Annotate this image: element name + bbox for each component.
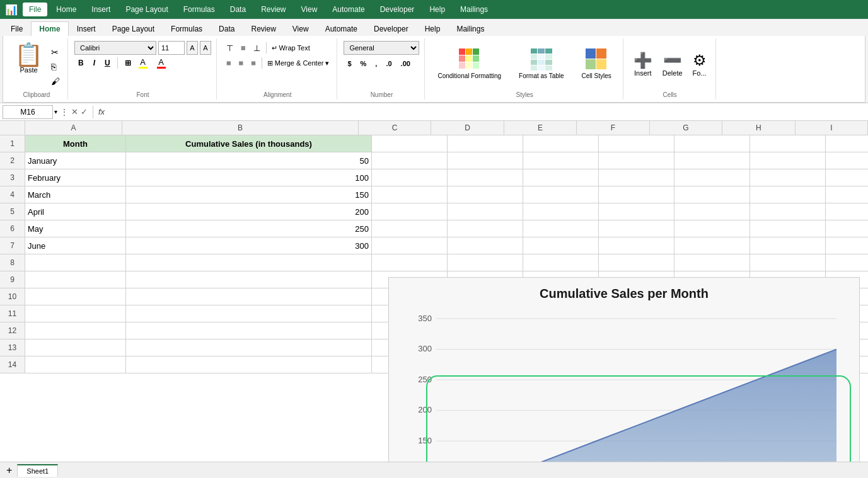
cell-c2[interactable] [372,152,448,169]
cell-h1[interactable] [750,135,826,152]
menu-view[interactable]: View [295,3,324,16]
cell-e5[interactable] [523,203,599,220]
cell-a10[interactable] [25,288,126,305]
borders-button[interactable]: ⊞ [121,56,135,70]
cell-a6[interactable]: May [25,220,126,237]
number-format-select[interactable]: General Number Currency Percentage [344,41,419,55]
cell-i4[interactable] [826,186,868,203]
col-header-i[interactable]: I [796,121,868,135]
align-bottom-button[interactable]: ⊥ [250,41,263,55]
cell-d3[interactable] [448,169,523,186]
cell-c7[interactable] [372,237,448,254]
cell-d6[interactable] [448,220,523,237]
cell-e1[interactable] [523,135,599,152]
italic-button[interactable]: I [90,56,99,70]
cell-b14[interactable] [126,356,372,373]
cell-reference-box[interactable]: M16 [3,105,53,119]
cell-c3[interactable] [372,169,448,186]
menu-pagelayout[interactable]: Page Layout [119,3,174,16]
menu-mailings[interactable]: Mailings [454,3,494,16]
cell-a11[interactable] [25,305,126,322]
delete-button[interactable]: ➖ Delete [659,49,686,79]
cell-a2[interactable]: January [25,152,126,169]
cell-h3[interactable] [750,169,826,186]
cell-i1[interactable] [826,135,868,152]
cell-d8[interactable] [448,254,523,271]
format-painter-button[interactable]: 🖌 [49,75,62,88]
cell-styles-button[interactable]: Cell Styles [576,46,618,83]
cell-b8[interactable] [126,254,372,271]
cell-b5[interactable]: 200 [126,203,372,220]
col-header-f[interactable]: F [577,121,649,135]
menu-file[interactable]: File [23,3,47,16]
cell-d5[interactable] [448,203,523,220]
cell-h6[interactable] [750,220,826,237]
cell-g7[interactable] [674,237,750,254]
cell-f8[interactable] [599,254,674,271]
menu-home[interactable]: Home [50,3,83,16]
font-name-select[interactable]: Calibri [74,41,156,55]
cell-i2[interactable] [826,152,868,169]
col-header-g[interactable]: G [650,121,722,135]
cell-a14[interactable] [25,356,126,373]
tab-home[interactable]: Home [31,21,68,36]
cell-b6[interactable]: 250 [126,220,372,237]
fill-color-button[interactable]: A [137,57,149,69]
cell-a13[interactable] [25,339,126,356]
menu-review[interactable]: Review [255,3,292,16]
tab-pagelayout[interactable]: Page Layout [104,21,163,36]
cell-d4[interactable] [448,186,523,203]
cell-e7[interactable] [523,237,599,254]
menu-help[interactable]: Help [423,3,451,16]
cell-a4[interactable]: March [25,186,126,203]
tab-insert[interactable]: Insert [69,21,104,36]
cell-g4[interactable] [674,186,750,203]
formula-cancel-icon[interactable]: ✕ [71,107,78,117]
tab-view[interactable]: View [284,21,317,36]
col-header-a[interactable]: A [25,121,122,135]
tab-help[interactable]: Help [417,21,449,36]
cell-e2[interactable] [523,152,599,169]
cell-a7[interactable]: June [25,237,126,254]
cell-f5[interactable] [599,203,674,220]
formula-bar-more[interactable]: ⋮ [60,107,69,117]
cell-d2[interactable] [448,152,523,169]
cell-h7[interactable] [750,237,826,254]
increase-decimal-button[interactable]: .00 [397,57,414,71]
cell-b9[interactable] [126,271,372,288]
underline-button[interactable]: U [101,56,114,70]
cell-h8[interactable] [750,254,826,271]
cell-b12[interactable] [126,322,372,339]
cell-c4[interactable] [372,186,448,203]
menu-data[interactable]: Data [224,3,252,16]
cell-e6[interactable] [523,220,599,237]
wrap-text-button[interactable]: ↵ Wrap Text [269,43,313,54]
cell-a8[interactable] [25,254,126,271]
col-header-c[interactable]: C [359,121,431,135]
align-center-button[interactable]: ≡ [236,56,247,70]
menu-automate[interactable]: Automate [326,3,371,16]
cell-a3[interactable]: February [25,169,126,186]
conditional-formatting-button[interactable]: Conditional Formatting [431,46,507,83]
cell-c5[interactable] [372,203,448,220]
cell-a1[interactable]: Month [25,135,126,152]
tab-file[interactable]: File [3,21,31,36]
cell-h4[interactable] [750,186,826,203]
cell-g2[interactable] [674,152,750,169]
cell-f7[interactable] [599,237,674,254]
percent-button[interactable]: % [357,57,371,71]
named-box-dropdown[interactable]: ▾ [54,108,57,115]
cell-f4[interactable] [599,186,674,203]
col-header-d[interactable]: D [431,121,504,135]
copy-button[interactable]: ⎘ [49,60,62,73]
cell-f2[interactable] [599,152,674,169]
col-header-b[interactable]: B [122,121,359,135]
cell-b11[interactable] [126,305,372,322]
comma-button[interactable]: , [371,57,381,71]
cell-b7[interactable]: 300 [126,237,372,254]
cell-i6[interactable] [826,220,868,237]
menu-insert[interactable]: Insert [85,3,117,16]
formula-input[interactable] [107,108,865,117]
cell-a5[interactable]: April [25,203,126,220]
tab-formulas[interactable]: Formulas [163,21,211,36]
